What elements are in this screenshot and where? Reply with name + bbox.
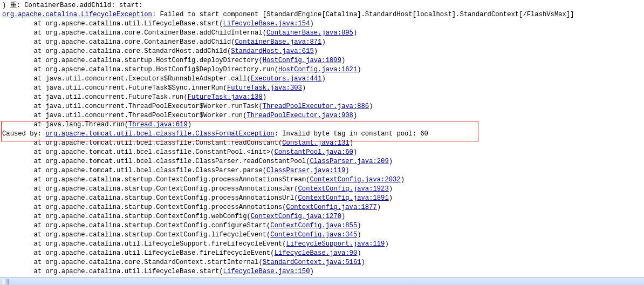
source-location-link[interactable]: FutureTask.java:138 (188, 93, 263, 101)
source-location-link[interactable]: ClassParser.java:119 (266, 167, 345, 174)
source-location-link[interactable]: Executors.java:441 (251, 75, 322, 83)
source-location-link[interactable]: Constant.java:131 (282, 139, 349, 147)
source-location-link[interactable]: LifecycleBase.java:150 (223, 268, 310, 275)
stack-frame: at org.apache.catalina.util.LifecycleSup… (2, 240, 286, 248)
source-location-link[interactable]: ConstantPool.java:60 (275, 148, 353, 156)
stack-frame: at org.apache.catalina.util.LifecycleBas… (2, 249, 275, 257)
stack-frame: at org.apache.catalina.core.StandardCont… (2, 259, 263, 266)
stack-frame: at org.apache.catalina.startup.HostConfi… (2, 57, 263, 64)
exception-class-link[interactable]: org.apache.catalina.LifecycleException (2, 11, 152, 18)
status-bar (0, 277, 644, 285)
stack-frame: at org.apache.catalina.startup.ContextCo… (2, 213, 251, 220)
stack-frame: at org.apache.catalina.core.ContainerBas… (2, 38, 235, 46)
stack-frame: at org.apache.catalina.core.ContainerBas… (2, 29, 266, 37)
source-location-link[interactable]: ThreadPoolExecutor.java:886 (263, 103, 369, 110)
stack-frame: at org.apache.tomcat.util.bcel.classfile… (2, 158, 310, 165)
source-location-link[interactable]: Thread.java:619 (128, 121, 188, 128)
exception-message: : Failed to start component [StandardEng… (152, 11, 574, 18)
source-location-link[interactable]: ContextConfig.java:2032 (310, 176, 400, 184)
cause-exception-class-link[interactable]: org.apache.tomcat.util.bcel.classfile.Cl… (45, 130, 274, 138)
status-bar-grip-icon (1, 279, 9, 284)
stack-frame: at org.apache.tomcat.util.bcel.classfile… (2, 139, 282, 147)
log-header: ) 重: ContainerBase.addChild: start: (2, 2, 143, 9)
source-location-link[interactable]: ContextConfig.java:1270 (251, 213, 341, 220)
stack-trace: ) 重: ContainerBase.addChild: start: org.… (0, 0, 644, 285)
source-location-link[interactable]: ContextConfig.java:855 (270, 222, 357, 229)
stack-frame: at org.apache.catalina.startup.ContextCo… (2, 185, 298, 193)
source-location-link[interactable]: ThreadPoolExecutor.java:908 (246, 112, 353, 119)
source-location-link[interactable]: StandardContext.java:5161 (263, 259, 361, 266)
stack-frame: at org.apache.catalina.startup.ContextCo… (2, 176, 310, 184)
stack-frame: at org.apache.catalina.startup.HostConfi… (2, 66, 278, 73)
source-location-link[interactable]: ContextConfig.java:1877 (286, 203, 377, 211)
stack-frame: at java.util.concurrent.Executors$Runnab… (2, 75, 251, 83)
source-location-link[interactable]: FutureTask.java:303 (227, 84, 302, 92)
stack-frame: at org.apache.tomcat.util.bcel.classfile… (2, 148, 275, 156)
stack-frame: at java.util.concurrent.ThreadPoolExecut… (2, 112, 246, 119)
source-location-link[interactable]: ContextConfig.java:1923 (298, 185, 389, 193)
source-location-link[interactable]: HostConfig.java:1621 (278, 66, 357, 73)
stack-frame: at org.apache.catalina.util.LifecycleBas… (2, 268, 223, 275)
source-location-link[interactable]: ContextConfig.java:345 (270, 231, 357, 239)
stack-frame: at org.apache.catalina.util.LifecycleBas… (2, 20, 223, 28)
stack-frame: at org.apache.catalina.startup.ContextCo… (2, 194, 298, 202)
source-location-link[interactable]: ContextConfig.java:1891 (298, 194, 389, 202)
stack-frame: at java.util.concurrent.FutureTask.run( (2, 93, 188, 101)
source-location-link[interactable]: ContainerBase.java:871 (235, 38, 322, 46)
source-location-link[interactable]: ClassParser.java:209 (310, 158, 388, 165)
cause-exception-message: : Invalid byte tag in constant pool: 60 (275, 130, 428, 138)
source-location-link[interactable]: ContainerBase.java:895 (266, 29, 353, 37)
stack-frame: at org.apache.catalina.startup.ContextCo… (2, 231, 270, 239)
stack-frame: at org.apache.tomcat.util.bcel.classfile… (2, 167, 266, 174)
source-location-link[interactable]: StandardHost.java:615 (231, 48, 314, 55)
stack-frame: at java.util.concurrent.FutureTask$Sync.… (2, 84, 227, 92)
caused-by-label: Caused by: (2, 130, 45, 138)
source-location-link[interactable]: LifecycleBase.java:90 (275, 249, 358, 257)
stack-frame: at org.apache.catalina.startup.ContextCo… (2, 203, 286, 211)
source-location-link[interactable]: LifecycleBase.java:154 (223, 20, 310, 28)
source-location-link[interactable]: HostConfig.java:1099 (263, 57, 341, 64)
stack-frame: at org.apache.catalina.startup.ContextCo… (2, 222, 270, 229)
stack-frame: at java.util.concurrent.ThreadPoolExecut… (2, 103, 263, 110)
source-location-link[interactable]: LifecycleSupport.java:119 (286, 240, 385, 248)
stack-frame: at org.apache.catalina.core.StandardHost… (2, 48, 231, 55)
stack-frame: at java.lang.Thread.run( (2, 121, 128, 128)
